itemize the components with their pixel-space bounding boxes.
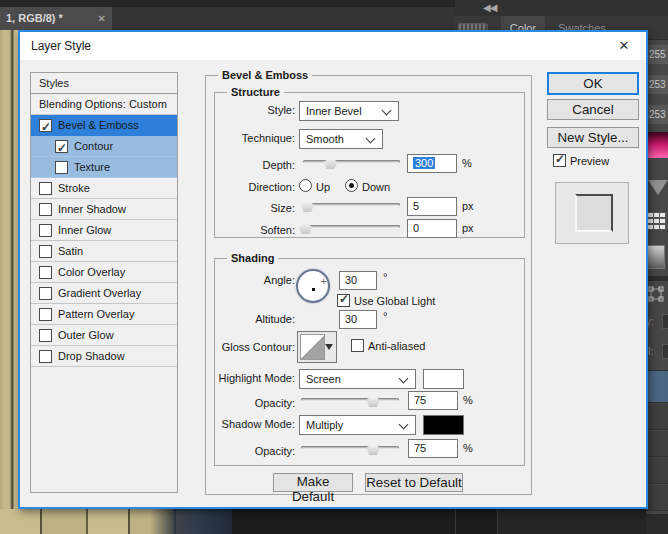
dialog-title-bar[interactable]: Layer Style ✕ [20,32,646,60]
size-field[interactable]: 5 [407,197,457,216]
highlight-mode-label: Highlight Mode: [215,372,295,384]
soften-label: Soften: [215,224,295,236]
sidebar-item-stroke[interactable]: Stroke [31,178,177,199]
sidebar-item-styles[interactable]: Styles [31,73,177,94]
use-global-light-checkbox[interactable] [337,294,350,307]
canvas-image-left [0,30,18,534]
altitude-field[interactable]: 30 [339,310,377,329]
sidebar-item-bevel-emboss[interactable]: Bevel & Emboss [31,115,177,136]
anti-aliased-checkbox[interactable] [351,339,364,352]
checkbox-icon[interactable] [39,266,52,279]
swatches-grid-icon[interactable] [647,212,667,230]
dialog-close-icon[interactable]: ✕ [612,36,636,56]
soften-field[interactable]: 0 [407,219,457,238]
sidebar-item-outer-glow[interactable]: Outer Glow [31,325,177,346]
size-label: Size: [215,202,295,214]
technique-dropdown[interactable]: Smooth [299,129,383,149]
color-ramp[interactable] [646,132,668,158]
highlight-opacity-unit: % [463,394,473,406]
size-unit: px [462,200,474,212]
color-value-field[interactable]: 255 [646,45,668,64]
checkbox-icon[interactable] [39,224,52,237]
preview-checkbox[interactable] [553,154,566,167]
checkbox-icon[interactable] [39,245,52,258]
checkbox-icon[interactable] [39,182,52,195]
right-panel-strip: 255253253 y: ll: [646,40,668,534]
sidebar-item-drop-shadow[interactable]: Drop Shadow [31,346,177,367]
fill-field-cut[interactable] [662,344,668,359]
shadow-opacity-slider[interactable] [301,441,399,455]
highlight-opacity-field[interactable]: 75 [408,391,458,410]
selected-layer-row[interactable] [646,370,668,403]
layer-row[interactable] [646,431,668,457]
highlight-opacity-slider[interactable] [301,393,399,407]
use-global-light-row[interactable]: Use Global Light [337,294,435,307]
checkbox-icon[interactable] [39,329,52,342]
sidebar-item-inner-shadow[interactable]: Inner Shadow [31,199,177,220]
sidebar-item-inner-glow[interactable]: Inner Glow [31,220,177,241]
angle-unit: ° [383,271,387,283]
checkbox-icon[interactable] [39,350,52,363]
opacity-label-cut: y: [646,316,668,327]
make-default-button[interactable]: Make Default [273,473,353,492]
sidebar-item-label: Texture [74,157,110,178]
opacity-field-cut[interactable] [662,314,668,329]
checkbox-icon[interactable] [39,308,52,321]
depth-slider[interactable] [303,155,400,169]
size-slider[interactable] [303,198,400,212]
preview-row[interactable]: Preview [553,154,609,167]
angle-field[interactable]: 30 [339,271,377,290]
workspace-zone [498,509,646,534]
angle-dial[interactable]: + [296,269,330,303]
tab-close-icon[interactable]: ✕ [98,7,106,30]
color-value-field[interactable]: 253 [646,105,668,124]
checkbox-icon[interactable] [39,119,52,132]
gradient-icon[interactable] [647,245,665,269]
new-style-button[interactable]: New Style... [547,127,639,148]
soften-slider[interactable] [303,220,400,234]
layer-row[interactable] [646,404,668,430]
color-value-field[interactable]: 253 [646,75,668,94]
direction-label: Direction: [215,181,295,193]
sidebar-item-texture[interactable]: Texture [31,157,177,178]
shadow-mode-dropdown[interactable]: Multiply [299,415,416,435]
anti-aliased-row[interactable]: Anti-aliased [351,339,425,352]
layer-row[interactable] [646,485,668,511]
transform-icon[interactable] [648,286,664,302]
angle-label: Angle: [215,274,295,286]
depth-field[interactable]: 300 [407,154,457,173]
highlight-opacity-thumb[interactable] [367,395,380,407]
checkbox-icon[interactable] [55,140,68,153]
sidebar-item-satin[interactable]: Satin [31,241,177,262]
panel-divider [646,276,668,281]
checkbox-icon[interactable] [39,203,52,216]
direction-up-radio[interactable] [299,179,312,192]
shadow-mode-label: Shadow Mode: [215,418,295,430]
sidebar-item-contour[interactable]: Contour [31,136,177,157]
shadow-opacity-field[interactable]: 75 [408,439,458,458]
checkbox-icon[interactable] [39,287,52,300]
cancel-button[interactable]: Cancel [547,99,639,120]
checkbox-icon[interactable] [55,161,68,174]
sidebar-item-gradient-overlay[interactable]: Gradient Overlay [31,283,177,304]
chevron-down-icon[interactable] [325,344,333,350]
gloss-contour-thumbnail[interactable] [300,334,325,360]
highlight-mode-dropdown[interactable]: Screen [299,369,416,389]
sidebar-item-blending-options-custom[interactable]: Blending Options: Custom [31,94,177,115]
layer-row[interactable] [646,458,668,484]
direction-down-radio[interactable] [345,179,358,192]
shadow-color-swatch[interactable] [423,415,464,435]
size-slider-thumb[interactable] [301,200,314,212]
shadow-opacity-thumb[interactable] [367,443,380,455]
highlight-color-swatch[interactable] [423,369,464,389]
ok-button[interactable]: OK [547,72,639,95]
reset-to-default-button[interactable]: Reset to Default [365,473,463,492]
document-tab[interactable]: 1, RGB/8) * ✕ [0,7,112,30]
collapse-panels-icon[interactable]: ◀◀ [483,2,496,13]
depth-slider-thumb[interactable] [324,157,337,169]
style-dropdown[interactable]: Inner Bevel [299,101,399,121]
gloss-contour-picker[interactable] [297,331,337,363]
sidebar-item-color-overlay[interactable]: Color Overlay [31,262,177,283]
sidebar-item-pattern-overlay[interactable]: Pattern Overlay [31,304,177,325]
soften-slider-thumb[interactable] [299,222,312,234]
